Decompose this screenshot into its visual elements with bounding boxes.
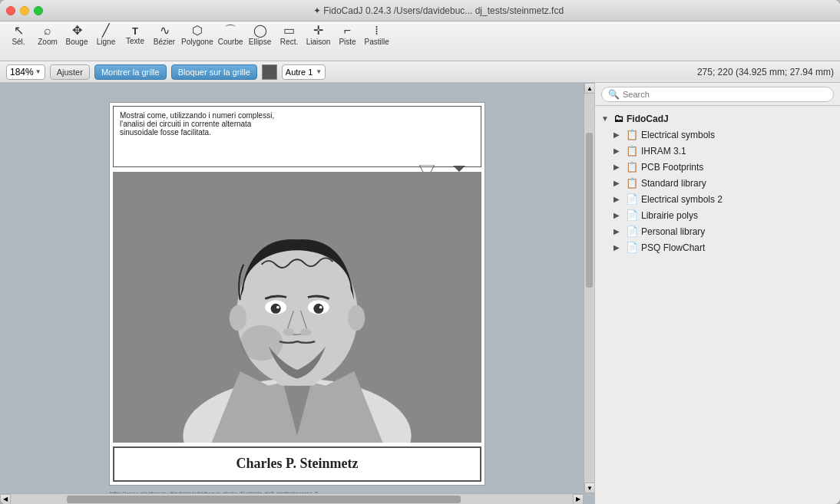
- tree-root-item[interactable]: ▼ 🗂 FidoCadJ: [595, 110, 840, 127]
- tree-item-electrical-symbols-2[interactable]: ▶ 📄 Electrical symbols 2: [607, 191, 840, 207]
- svg-point-8: [271, 303, 281, 313]
- tree-item-ihram[interactable]: ▶ 📋 IHRAM 3.1: [607, 143, 840, 159]
- ajuster-button[interactable]: Ajuster: [50, 64, 90, 80]
- library-icon-7: 📄: [626, 242, 638, 253]
- tool-line[interactable]: ╱ Ligne: [94, 25, 118, 46]
- close-button[interactable]: [6, 6, 15, 15]
- portrait-svg: [113, 172, 481, 443]
- tree-arrow-0: ▶: [613, 130, 623, 139]
- layer-arrow-icon: ▼: [316, 68, 322, 75]
- library-icon-0: 📋: [626, 129, 638, 140]
- tree-arrow-7: ▶: [613, 243, 623, 252]
- curve-icon: ⌒: [224, 25, 236, 37]
- speech-text: Mostrai come, utilizzando i numeri compl…: [120, 111, 274, 137]
- move-icon: ✥: [72, 25, 82, 37]
- svg-point-14: [230, 305, 246, 330]
- tool-liaison[interactable]: ✛ Liaison: [306, 25, 331, 46]
- polygon-icon: ⬡: [192, 25, 203, 37]
- tool-ellipse[interactable]: ◯ Ellipse: [248, 25, 273, 46]
- toolbar-tools-row: ↖ Sél. ⌕ Zoom ✥ Bouge ╱ Ligne T Texte ∿ …: [6, 25, 389, 46]
- tree-item-electrical-symbols[interactable]: ▶ 📋 Electrical symbols: [607, 127, 840, 143]
- library-icon-3: 📋: [626, 177, 638, 189]
- tree-arrow-3: ▶: [613, 179, 623, 187]
- layer-selector[interactable]: Autre 1 ▼: [282, 64, 326, 80]
- drawing-area: Mostrai come, utilizzando i numeri compl…: [109, 102, 485, 486]
- svg-point-5: [243, 250, 350, 328]
- layer-value: Autre 1: [286, 68, 313, 77]
- vertical-scrollbar[interactable]: ▲ ▼: [584, 83, 594, 493]
- speech-bubble: Mostrai come, utilizzando i numeri compl…: [113, 106, 481, 167]
- caption-box: Charles P. Steinmetz: [113, 446, 481, 482]
- tree-label-1: IHRAM 3.1: [641, 146, 686, 156]
- horizontal-scrollbar[interactable]: ◀ ▶: [0, 493, 584, 504]
- window-title: ✦ FidoCadJ 0.24.3 /Users/davidebuc... dj…: [43, 5, 834, 16]
- snap-grid-button[interactable]: Bloquer sur la grille: [171, 64, 257, 80]
- coordinates-display: 275; 220 (34.925 mm; 27.94 mm): [697, 67, 834, 77]
- tree-label-0: Electrical symbols: [641, 130, 715, 140]
- tool-track[interactable]: ⌐ Piste: [336, 25, 360, 46]
- line-icon: ╱: [102, 25, 110, 37]
- tool-select[interactable]: ↖ Sél.: [6, 25, 31, 46]
- track-icon: ⌐: [344, 25, 351, 37]
- svg-point-15: [348, 305, 365, 330]
- ellipse-icon: ◯: [253, 25, 267, 37]
- tool-curve[interactable]: ⌒ Courbe: [218, 25, 243, 46]
- liaison-icon: ✛: [313, 25, 323, 37]
- tree-item-psq-flowchart[interactable]: ▶ 📄 PSQ FlowChart: [607, 239, 840, 255]
- scroll-up-button[interactable]: ▲: [584, 83, 594, 94]
- tree-item-standard-library[interactable]: ▶ 📋 Standard library: [607, 175, 840, 191]
- tool-bezier[interactable]: ∿ Bézier: [152, 25, 177, 46]
- svg-point-16: [240, 324, 283, 360]
- tree-label-6: Personal library: [641, 226, 705, 237]
- maximize-button[interactable]: [34, 6, 43, 15]
- zoom-icon: ⌕: [44, 25, 51, 37]
- tool-polygon[interactable]: ⬡ Polygone: [181, 25, 213, 46]
- zoom-selector[interactable]: 184% ▼: [6, 64, 45, 80]
- canvas-content: Mostrai come, utilizzando i numeri compl…: [0, 83, 594, 504]
- tool-text[interactable]: T Texte: [123, 26, 147, 45]
- traffic-lights: [6, 6, 43, 15]
- color-picker[interactable]: [262, 64, 277, 80]
- svg-point-13: [300, 328, 312, 335]
- tree-arrow-1: ▶: [613, 147, 623, 155]
- tool-zoom[interactable]: ⌕ Zoom: [35, 25, 60, 46]
- tree-root-arrow: ▼: [601, 114, 610, 123]
- scroll-left-button[interactable]: ◀: [0, 494, 11, 505]
- svg-point-11: [319, 305, 322, 308]
- svg-point-12: [283, 328, 294, 335]
- portrait-area: [113, 172, 481, 443]
- scroll-thumb-v[interactable]: [586, 133, 593, 288]
- scroll-thumb-h[interactable]: [67, 496, 460, 503]
- text-icon: T: [132, 26, 138, 36]
- toolbar: ↖ Sél. ⌕ Zoom ✥ Bouge ╱ Ligne T Texte ∿ …: [0, 21, 840, 61]
- tool-move[interactable]: ✥ Bouge: [64, 25, 89, 46]
- scroll-right-button[interactable]: ▶: [573, 494, 584, 505]
- tree-label-7: PSQ FlowChart: [641, 242, 705, 253]
- search-icon: 🔍: [608, 89, 620, 100]
- title-bar: ✦ FidoCadJ 0.24.3 /Users/davidebuc... dj…: [0, 0, 840, 21]
- tree-arrow-2: ▶: [613, 163, 623, 171]
- tree-arrow-6: ▶: [613, 227, 623, 236]
- tree-item-personal-library[interactable]: ▶ 📄 Personal library: [607, 223, 840, 239]
- show-grid-button[interactable]: Montrer la grille: [94, 64, 167, 80]
- tree-item-pcb[interactable]: ▶ 📋 PCB Footprints: [607, 159, 840, 175]
- tool-pad[interactable]: ⁞ Pastille: [365, 25, 389, 46]
- tool-rect[interactable]: ▭ Rect.: [277, 25, 302, 46]
- tree-item-librairie-polys[interactable]: ▶ 📄 Librairie polys: [607, 207, 840, 223]
- tree-label-2: PCB Footprints: [641, 162, 703, 173]
- caption-name: Charles P. Steinmetz: [236, 456, 359, 472]
- svg-point-10: [276, 305, 279, 308]
- scroll-down-button[interactable]: ▼: [584, 483, 594, 493]
- zoom-value: 184%: [10, 67, 34, 77]
- library-icon-5: 📄: [626, 209, 638, 221]
- bezier-icon: ∿: [160, 25, 170, 37]
- tree-panel: ▼ 🗂 FidoCadJ ▶ 📋 Electrical symbols ▶ 📋 …: [595, 106, 840, 504]
- canvas-area[interactable]: Mostrai come, utilizzando i numeri compl…: [0, 83, 594, 504]
- tree-label-5: Librairie polys: [641, 210, 698, 221]
- main-window: ✦ FidoCadJ 0.24.3 /Users/davidebuc... dj…: [0, 0, 840, 504]
- main-area: Mostrai come, utilizzando i numeri compl…: [0, 83, 840, 504]
- tree-label-4: Electrical symbols 2: [641, 194, 723, 205]
- search-input[interactable]: [623, 90, 827, 99]
- minimize-button[interactable]: [20, 6, 29, 15]
- search-input-wrap: 🔍: [601, 87, 834, 102]
